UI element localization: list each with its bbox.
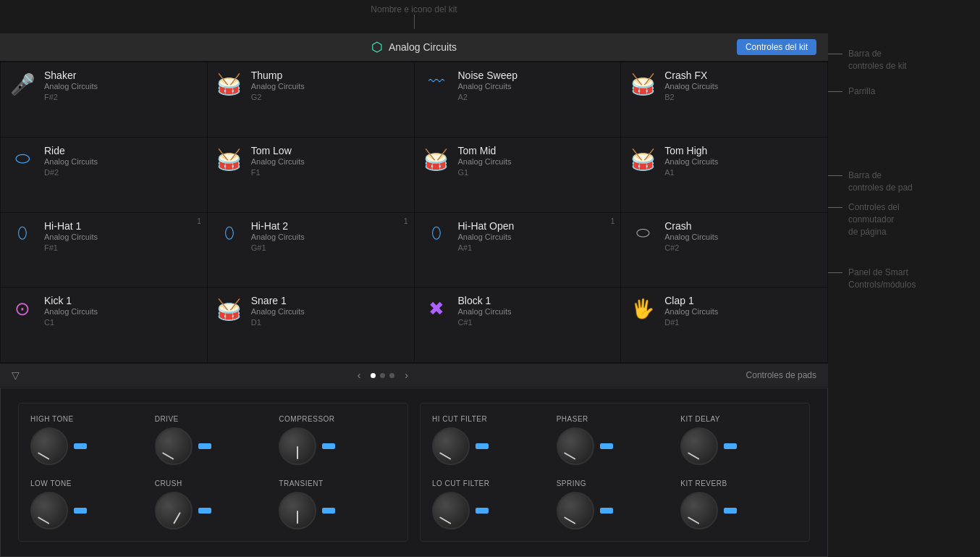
pad-noise-sweep[interactable]: 〰 Noise Sweep Analog Circuits A2	[415, 62, 622, 138]
pad-ride[interactable]: ⬭ Ride Analog Circuits D#2	[1, 138, 208, 213]
pad-hihat2[interactable]: 1 ⬯ Hi-Hat 2 Analog Circuits G#1	[208, 213, 415, 288]
pad-thump[interactable]: 🥁 Thump Analog Circuits G2	[208, 62, 415, 138]
pad-crash[interactable]: ⬭ Crash Analog Circuits C#2	[621, 213, 828, 288]
pad-hihat1-number: 1	[197, 217, 201, 225]
ann-line-1	[828, 54, 842, 54]
right-controls-section: HI CUT FILTER PHASER	[420, 403, 810, 542]
kit-delay-knob[interactable]	[680, 427, 718, 465]
spring-led[interactable]	[600, 508, 613, 514]
pad-hihat-open-note: A#1	[458, 243, 515, 252]
pad-clap1[interactable]: 🖐 Clap 1 Analog Circuits D#1	[621, 288, 828, 363]
pad-hihat2-note: G#1	[251, 243, 305, 252]
high-tone-knob[interactable]	[30, 427, 68, 465]
hi-cut-led[interactable]	[476, 443, 489, 449]
pad-block1[interactable]: ✖ Block 1 Analog Circuits C#1	[415, 288, 622, 363]
pad-hihat1[interactable]: 1 ⬯ Hi-Hat 1 Analog Circuits F#1	[1, 213, 208, 288]
phaser-knob[interactable]	[557, 427, 594, 465]
pad-shaker-info: Shaker Analog Circuits F#2	[44, 70, 98, 101]
pad-tom-high-kit: Analog Circuits	[664, 157, 718, 166]
pad-shaker-note: F#2	[44, 93, 98, 101]
left-controls-section: HIGH TONE DRIVE	[18, 403, 408, 542]
pad-crash-info: Crash Analog Circuits C#2	[664, 220, 718, 252]
pad-crash-fx-info: Crash FX Analog Circuits B2	[664, 70, 718, 101]
knob-group-high-tone: HIGH TONE	[30, 415, 148, 465]
pad-ride-name: Ride	[44, 145, 98, 156]
knob-group-kit-delay: KIT DELAY	[680, 415, 798, 465]
filter-icon[interactable]: ▽	[12, 369, 20, 381]
spring-row	[557, 492, 613, 529]
kit-delay-label: KIT DELAY	[680, 415, 720, 423]
pad-tom-high[interactable]: 🥁 Tom High Analog Circuits A1	[621, 138, 828, 213]
pad-kick1[interactable]: ⊙ Kick 1 Analog Circuits C1	[1, 288, 208, 363]
knob-group-transient: TRANSIENT	[279, 479, 396, 529]
ann-text-kit-controls-bar: Barra decontroles de kit	[848, 48, 907, 72]
pad-tom-low-kit: Analog Circuits	[251, 157, 305, 166]
pad-hihat1-name: Hi-Hat 1	[44, 220, 98, 232]
pad-shaker-name: Shaker	[44, 70, 98, 81]
compressor-led[interactable]	[322, 443, 335, 449]
crush-label: CRUSH	[155, 479, 182, 487]
top-annotation-text: Nombre e icono del kit	[371, 4, 457, 14]
pad-block1-note: C#1	[458, 318, 512, 327]
lo-cut-led[interactable]	[476, 508, 489, 514]
pad-hihat-open-name: Hi-Hat Open	[458, 220, 515, 232]
kit-controls-button[interactable]: Controles del kit	[737, 39, 816, 55]
crush-knob[interactable]	[155, 492, 193, 529]
pad-tom-mid-kit: Analog Circuits	[458, 157, 512, 166]
prev-page-button[interactable]: ‹	[353, 368, 366, 382]
pad-ride-note: D#2	[44, 168, 98, 177]
high-tone-led[interactable]	[74, 443, 87, 449]
pad-snare1-name: Snare 1	[251, 295, 305, 306]
compressor-knob[interactable]	[279, 427, 316, 465]
hi-cut-knob[interactable]	[432, 427, 470, 465]
kit-delay-led[interactable]	[724, 443, 737, 449]
pad-snare1-kit: Analog Circuits	[251, 307, 305, 316]
page-dot-2[interactable]	[380, 373, 385, 378]
pad-crash-note: C#2	[664, 243, 718, 252]
phaser-led[interactable]	[600, 443, 613, 449]
drive-knob[interactable]	[155, 427, 193, 465]
low-tone-knob[interactable]	[30, 492, 68, 529]
pad-shaker[interactable]: 🎤 Shaker Analog Circuits F#2	[1, 62, 208, 138]
pad-hihat2-number: 1	[404, 217, 408, 225]
annotation-smart-controls: Panel de SmartControls/módulos	[828, 267, 980, 291]
low-tone-led[interactable]	[74, 508, 87, 514]
pad-hihat-open[interactable]: 1 ⬯ Hi-Hat Open Analog Circuits A#1	[415, 213, 622, 288]
kit-reverb-knob[interactable]	[680, 492, 718, 529]
kit-reverb-led[interactable]	[724, 508, 737, 514]
kit-name: Analog Circuits	[389, 41, 457, 53]
pad-tom-mid[interactable]: 🥁 Tom Mid Analog Circuits G1	[415, 138, 622, 213]
right-controls-grid: HI CUT FILTER PHASER	[432, 415, 798, 529]
pad-thump-icon: 🥁	[216, 70, 242, 96]
transient-knob[interactable]	[279, 492, 316, 529]
page-dot-3[interactable]	[389, 373, 394, 378]
pad-block1-info: Block 1 Analog Circuits C#1	[458, 295, 512, 327]
pad-tom-high-name: Tom High	[664, 145, 718, 156]
pad-crash-fx[interactable]: 🥁 Crash FX Analog Circuits B2	[621, 62, 828, 138]
spring-knob[interactable]	[557, 492, 594, 529]
transient-row	[279, 492, 335, 529]
pad-snare1[interactable]: 🥁 Snare 1 Analog Circuits D1	[208, 288, 415, 363]
kit-delay-row	[680, 427, 737, 465]
kit-name-area: ⬡ Analog Circuits	[371, 39, 457, 55]
high-tone-label: HIGH TONE	[30, 415, 74, 423]
pad-clap1-kit: Analog Circuits	[664, 307, 718, 316]
pad-tom-low[interactable]: 🥁 Tom Low Analog Circuits F1	[208, 138, 415, 213]
transient-led[interactable]	[322, 508, 335, 514]
pad-tom-low-note: F1	[251, 168, 305, 177]
compressor-label: COMPRESSOR	[279, 415, 334, 423]
pad-hihat-open-kit: Analog Circuits	[458, 233, 515, 241]
pad-clap1-note: D#1	[664, 318, 718, 327]
pad-controls-bar: ▽ ‹ › Controles de pads	[0, 363, 828, 388]
high-tone-row	[30, 427, 87, 465]
pad-tom-low-name: Tom Low	[251, 145, 305, 156]
pad-hihat1-icon: ⬯	[9, 220, 35, 242]
knob-group-spring: SPRING	[557, 479, 674, 529]
side-annotations: Barra decontroles de kit Parrilla Barra …	[828, 0, 980, 557]
lo-cut-knob[interactable]	[432, 492, 470, 529]
page-dot-1[interactable]	[371, 373, 376, 378]
drive-led[interactable]	[198, 443, 211, 449]
crush-led[interactable]	[198, 508, 211, 514]
pad-hihat-open-number: 1	[611, 217, 615, 225]
next-page-button[interactable]: ›	[400, 368, 413, 382]
